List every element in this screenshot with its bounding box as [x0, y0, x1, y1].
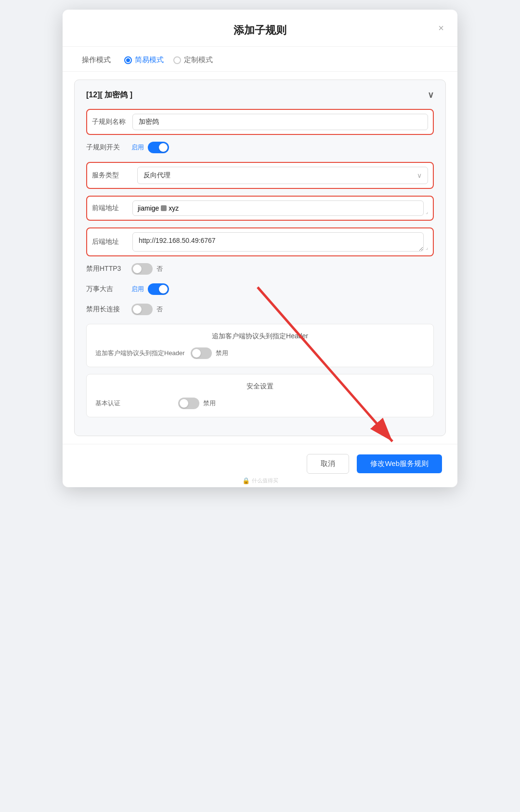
service-type-value: 反向代理 [143, 171, 170, 180]
sub-rule-name-input[interactable] [132, 114, 428, 130]
dialog-footer: 取消 修改Web服务规则 🔒 什么值得买 [63, 444, 457, 487]
basic-auth-label: 基本认证 [95, 399, 172, 408]
mode-custom-label: 定制模式 [184, 55, 213, 65]
chevron-down-icon[interactable]: ∨ [428, 90, 434, 100]
mode-simple-label: 简易模式 [135, 55, 164, 65]
disable-keepalive-control[interactable] [131, 304, 153, 315]
service-type-chevron-icon: ∨ [417, 172, 422, 179]
frontend-addr-part1: jiamige [138, 204, 159, 212]
watermark-icon: 🔒 [242, 477, 250, 484]
frontend-addr-label: 前端地址 [92, 204, 127, 213]
sub-rule-name-row: 子规则名称 [86, 109, 434, 135]
basic-auth-row: 基本认证 禁用 [95, 398, 425, 409]
wanshi-knob [159, 285, 168, 293]
disable-keepalive-state-label: 否 [156, 305, 163, 314]
watermark-text: 什么值得买 [252, 477, 278, 484]
service-type-row: 服务类型 反向代理 ∨ [86, 162, 434, 189]
header-sub-label: 追加客户端协议头到指定Header [95, 349, 185, 358]
confirm-button[interactable]: 修改Web服务规则 [357, 454, 442, 473]
frontend-addr-part2: xyz [169, 204, 179, 212]
wanshi-toggle[interactable]: 启用 [131, 283, 169, 295]
disable-http3-knob [133, 265, 142, 273]
frontend-addr-input-wrap[interactable]: jiamige xyz [132, 200, 424, 216]
header-section-title: 追加客户端协议头到指定Header [95, 332, 425, 341]
disable-http3-toggle[interactable]: 否 [131, 263, 163, 275]
backend-addr-input[interactable]: http://192.168.50.49:6767 [132, 232, 424, 252]
header-control[interactable] [191, 347, 212, 359]
disable-http3-control[interactable] [131, 263, 153, 275]
add-subrule-dialog: 添加子规则 × 操作模式 简易模式 定制模式 [12][ 加密鸽 ] ∨ 子规则… [63, 10, 457, 487]
backend-addr-row: 后端地址 http://192.168.50.49:6767 ⌟ [86, 227, 434, 256]
radio-group: 简易模式 定制模式 [124, 55, 213, 65]
sub-rule-switch-state-label: 启用 [131, 143, 144, 152]
disable-keepalive-knob [133, 305, 142, 314]
header-section: 追加客户端协议头到指定Header 追加客户端协议头到指定Header 禁用 [86, 324, 434, 367]
sub-rule-switch-row: 子规则开关 启用 [86, 142, 434, 153]
disable-keepalive-row: 禁用长连接 否 [86, 304, 434, 315]
disable-http3-label: 禁用HTTP3 [86, 265, 126, 273]
mode-simple-radio[interactable] [124, 56, 132, 64]
frontend-addr-resize-icon: ⌟ [426, 209, 428, 216]
disable-http3-state-label: 否 [156, 265, 163, 273]
header-knob [192, 349, 201, 358]
disable-keepalive-toggle[interactable]: 否 [131, 304, 163, 315]
backend-addr-label: 后端地址 [92, 238, 127, 246]
form-container: [12][ 加密鸽 ] ∨ 子规则名称 子规则开关 启用 服务类型 反向代理 [74, 80, 446, 436]
frontend-addr-separator-icon [161, 205, 167, 211]
sub-rule-switch-control[interactable] [148, 142, 169, 153]
mode-custom-radio[interactable] [173, 56, 181, 64]
security-section-title: 安全设置 [95, 382, 425, 391]
wanshi-row: 万事大吉 启用 [86, 283, 434, 295]
service-type-label: 服务类型 [92, 171, 131, 180]
frontend-addr-row: 前端地址 jiamige xyz ⌟ [86, 196, 434, 221]
cancel-button[interactable]: 取消 [307, 454, 349, 474]
sub-rule-name-label: 子规则名称 [92, 118, 127, 126]
dialog-title: 添加子规则 [234, 24, 286, 36]
basic-auth-control[interactable] [178, 398, 199, 409]
backend-addr-resize-icon: ⌟ [426, 244, 428, 252]
basic-auth-knob [180, 399, 188, 408]
wanshi-control[interactable] [148, 283, 169, 295]
watermark: 🔒 什么值得买 [242, 477, 278, 484]
dialog-header: 添加子规则 × [63, 10, 457, 47]
sub-rule-switch-toggle[interactable]: 启用 [131, 142, 169, 153]
mode-custom-option[interactable]: 定制模式 [173, 55, 213, 65]
header-toggle[interactable]: 禁用 [191, 347, 228, 359]
toggle-knob [159, 143, 168, 152]
mode-simple-option[interactable]: 简易模式 [124, 55, 164, 65]
disable-http3-row: 禁用HTTP3 否 [86, 263, 434, 275]
mode-row: 操作模式 简易模式 定制模式 [63, 47, 457, 72]
sub-rule-switch-label: 子规则开关 [86, 143, 126, 152]
security-section: 安全设置 基本认证 禁用 [86, 374, 434, 417]
section-header: [12][ 加密鸽 ] ∨ [86, 90, 434, 100]
disable-keepalive-label: 禁用长连接 [86, 305, 126, 314]
header-sub-row: 追加客户端协议头到指定Header 禁用 [95, 347, 425, 359]
service-type-select[interactable]: 反向代理 ∨ [137, 167, 428, 184]
wanshi-state-label: 启用 [131, 285, 144, 293]
header-state-label: 禁用 [216, 349, 228, 358]
basic-auth-state-label: 禁用 [203, 399, 216, 408]
section-title: [12][ 加密鸽 ] [86, 90, 132, 100]
basic-auth-toggle[interactable]: 禁用 [178, 398, 216, 409]
mode-label: 操作模式 [82, 55, 111, 65]
wanshi-label: 万事大吉 [86, 285, 126, 293]
close-button[interactable]: × [438, 23, 444, 33]
